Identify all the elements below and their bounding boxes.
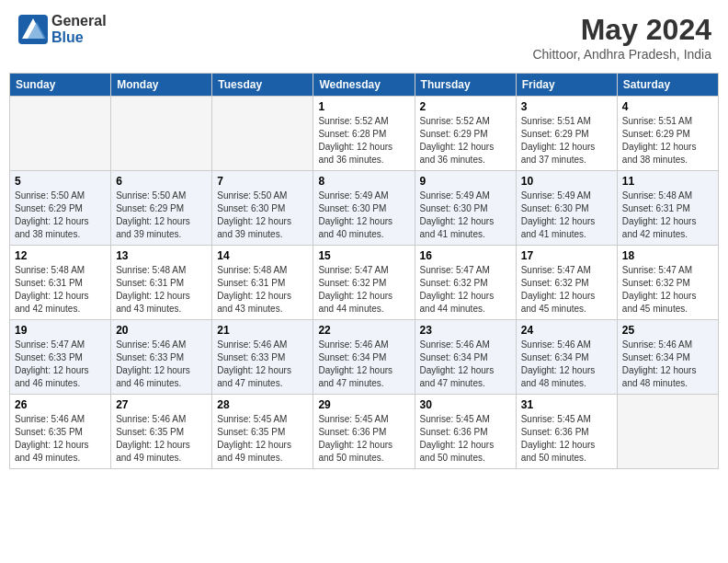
day-number: 26 — [15, 398, 106, 411]
day-number: 28 — [217, 398, 308, 411]
header-thursday: Thursday — [415, 74, 516, 97]
day-number: 31 — [521, 398, 612, 411]
day-info: Sunrise: 5:46 AMSunset: 6:34 PMDaylight:… — [318, 339, 409, 390]
daylight-text: Daylight: 12 hours and 38 minutes. — [622, 141, 713, 167]
daylight-text: Daylight: 12 hours and 46 minutes. — [116, 364, 207, 390]
day-info: Sunrise: 5:49 AMSunset: 6:30 PMDaylight:… — [318, 190, 409, 241]
day-info: Sunrise: 5:47 AMSunset: 6:32 PMDaylight:… — [521, 264, 612, 316]
sunset-text: Sunset: 6:35 PM — [15, 426, 106, 439]
sunset-text: Sunset: 6:33 PM — [15, 351, 106, 364]
sunrise-text: Sunrise: 5:49 AM — [318, 190, 409, 202]
calendar-header-row: Sunday Monday Tuesday Wednesday Thursday… — [10, 74, 719, 97]
logo-general-text: General — [51, 13, 107, 29]
daylight-text: Daylight: 12 hours and 44 minutes. — [318, 290, 409, 316]
daylight-text: Daylight: 12 hours and 47 minutes. — [318, 364, 409, 390]
daylight-text: Daylight: 12 hours and 41 minutes. — [521, 215, 612, 241]
day-number: 30 — [420, 398, 511, 411]
day-number: 2 — [420, 100, 511, 113]
calendar-cell: 30Sunrise: 5:45 AMSunset: 6:36 PMDayligh… — [415, 395, 516, 469]
calendar-cell: 26Sunrise: 5:46 AMSunset: 6:35 PMDayligh… — [10, 395, 111, 469]
daylight-text: Daylight: 12 hours and 42 minutes. — [622, 215, 713, 241]
daylight-text: Daylight: 12 hours and 45 minutes. — [622, 290, 713, 316]
sunset-text: Sunset: 6:29 PM — [15, 202, 106, 215]
daylight-text: Daylight: 12 hours and 50 minutes. — [318, 439, 409, 465]
day-info: Sunrise: 5:47 AMSunset: 6:32 PMDaylight:… — [318, 264, 409, 316]
sunrise-text: Sunrise: 5:46 AM — [420, 339, 511, 351]
day-info: Sunrise: 5:46 AMSunset: 6:34 PMDaylight:… — [420, 339, 511, 390]
day-number: 19 — [15, 324, 106, 337]
sunset-text: Sunset: 6:31 PM — [217, 277, 308, 290]
calendar-cell: 10Sunrise: 5:49 AMSunset: 6:30 PMDayligh… — [516, 171, 617, 246]
day-number: 13 — [116, 249, 207, 262]
day-number: 8 — [318, 175, 409, 188]
day-info: Sunrise: 5:46 AMSunset: 6:35 PMDaylight:… — [116, 413, 207, 465]
sunset-text: Sunset: 6:31 PM — [15, 277, 106, 290]
day-info: Sunrise: 5:50 AMSunset: 6:29 PMDaylight:… — [116, 190, 207, 241]
sunset-text: Sunset: 6:35 PM — [116, 426, 207, 439]
calendar-cell: 24Sunrise: 5:46 AMSunset: 6:34 PMDayligh… — [516, 320, 617, 395]
day-number: 29 — [318, 398, 409, 411]
calendar-cell: 23Sunrise: 5:46 AMSunset: 6:34 PMDayligh… — [415, 320, 516, 395]
calendar-cell: 21Sunrise: 5:46 AMSunset: 6:33 PMDayligh… — [212, 320, 313, 395]
day-info: Sunrise: 5:45 AMSunset: 6:36 PMDaylight:… — [521, 413, 612, 465]
day-info: Sunrise: 5:50 AMSunset: 6:29 PMDaylight:… — [15, 190, 106, 241]
day-number: 17 — [521, 249, 612, 262]
day-info: Sunrise: 5:46 AMSunset: 6:33 PMDaylight:… — [116, 339, 207, 390]
sunrise-text: Sunrise: 5:49 AM — [420, 190, 511, 202]
day-info: Sunrise: 5:45 AMSunset: 6:36 PMDaylight:… — [318, 413, 409, 465]
sunset-text: Sunset: 6:29 PM — [420, 128, 511, 141]
day-info: Sunrise: 5:46 AMSunset: 6:33 PMDaylight:… — [217, 339, 308, 390]
sunset-text: Sunset: 6:36 PM — [521, 426, 612, 439]
month-title: May 2024 — [532, 13, 711, 47]
sunset-text: Sunset: 6:30 PM — [420, 202, 511, 215]
day-number: 9 — [420, 175, 511, 188]
day-number: 27 — [116, 398, 207, 411]
sunset-text: Sunset: 6:32 PM — [622, 277, 713, 290]
daylight-text: Daylight: 12 hours and 44 minutes. — [420, 290, 511, 316]
sunset-text: Sunset: 6:34 PM — [622, 351, 713, 364]
calendar-cell — [617, 395, 718, 469]
sunrise-text: Sunrise: 5:48 AM — [217, 264, 308, 277]
header-wednesday: Wednesday — [313, 74, 415, 97]
daylight-text: Daylight: 12 hours and 47 minutes. — [420, 364, 511, 390]
daylight-text: Daylight: 12 hours and 48 minutes. — [622, 364, 713, 390]
sunrise-text: Sunrise: 5:48 AM — [622, 190, 713, 202]
sunset-text: Sunset: 6:31 PM — [116, 277, 207, 290]
calendar-cell: 8Sunrise: 5:49 AMSunset: 6:30 PMDaylight… — [313, 171, 415, 246]
calendar-cell: 2Sunrise: 5:52 AMSunset: 6:29 PMDaylight… — [415, 97, 516, 171]
sunrise-text: Sunrise: 5:49 AM — [521, 190, 612, 202]
sunrise-text: Sunrise: 5:45 AM — [217, 413, 308, 426]
sunset-text: Sunset: 6:31 PM — [622, 202, 713, 215]
sunset-text: Sunset: 6:30 PM — [521, 202, 612, 215]
day-number: 1 — [318, 100, 409, 113]
page-header: General Blue May 2024 Chittoor, Andhra P… — [9, 9, 719, 65]
logo-blue-text: Blue — [51, 29, 107, 46]
daylight-text: Daylight: 12 hours and 36 minutes. — [420, 141, 511, 167]
daylight-text: Daylight: 12 hours and 40 minutes. — [318, 215, 409, 241]
sunrise-text: Sunrise: 5:46 AM — [116, 339, 207, 351]
calendar-cell: 25Sunrise: 5:46 AMSunset: 6:34 PMDayligh… — [617, 320, 718, 395]
day-number: 10 — [521, 175, 612, 188]
calendar-cell: 11Sunrise: 5:48 AMSunset: 6:31 PMDayligh… — [617, 171, 718, 246]
calendar-cell: 19Sunrise: 5:47 AMSunset: 6:33 PMDayligh… — [10, 320, 111, 395]
sunrise-text: Sunrise: 5:48 AM — [15, 264, 106, 277]
day-info: Sunrise: 5:46 AMSunset: 6:34 PMDaylight:… — [622, 339, 713, 390]
calendar-cell: 14Sunrise: 5:48 AMSunset: 6:31 PMDayligh… — [212, 246, 313, 320]
sunrise-text: Sunrise: 5:46 AM — [15, 413, 106, 426]
daylight-text: Daylight: 12 hours and 43 minutes. — [217, 290, 308, 316]
daylight-text: Daylight: 12 hours and 50 minutes. — [420, 439, 511, 465]
sunrise-text: Sunrise: 5:47 AM — [622, 264, 713, 277]
sunrise-text: Sunrise: 5:52 AM — [420, 115, 511, 128]
daylight-text: Daylight: 12 hours and 36 minutes. — [318, 141, 409, 167]
calendar-cell: 27Sunrise: 5:46 AMSunset: 6:35 PMDayligh… — [111, 395, 212, 469]
day-info: Sunrise: 5:52 AMSunset: 6:28 PMDaylight:… — [318, 115, 409, 167]
daylight-text: Daylight: 12 hours and 49 minutes. — [217, 439, 308, 465]
calendar-cell: 22Sunrise: 5:46 AMSunset: 6:34 PMDayligh… — [313, 320, 415, 395]
day-number: 11 — [622, 175, 713, 188]
sunrise-text: Sunrise: 5:52 AM — [318, 115, 409, 128]
daylight-text: Daylight: 12 hours and 50 minutes. — [521, 439, 612, 465]
calendar-week-row: 1Sunrise: 5:52 AMSunset: 6:28 PMDaylight… — [10, 97, 719, 171]
calendar-cell: 17Sunrise: 5:47 AMSunset: 6:32 PMDayligh… — [516, 246, 617, 320]
header-monday: Monday — [111, 74, 212, 97]
sunrise-text: Sunrise: 5:51 AM — [521, 115, 612, 128]
